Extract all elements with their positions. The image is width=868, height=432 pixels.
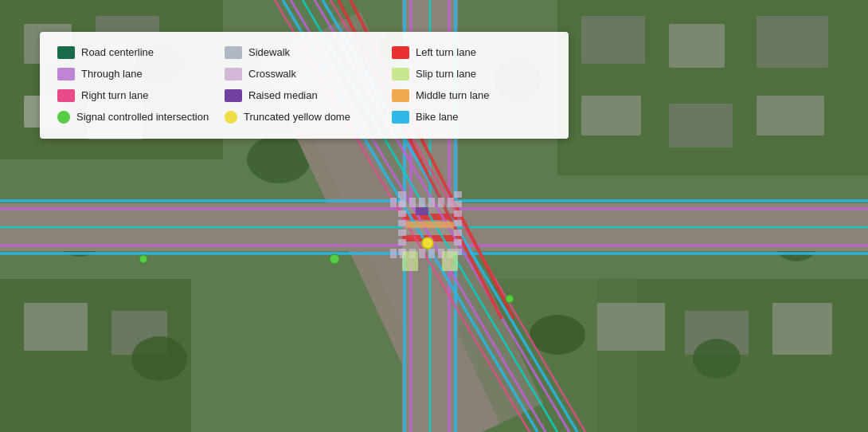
svg-rect-82 [398, 191, 406, 198]
svg-rect-100 [416, 207, 428, 215]
crosswalk-swatch [225, 68, 242, 81]
svg-rect-90 [454, 201, 462, 207]
svg-rect-70 [409, 198, 416, 207]
svg-rect-79 [428, 249, 435, 258]
svg-rect-87 [398, 239, 406, 245]
sidewalk-swatch [225, 46, 242, 59]
middle-turn-label: Middle turn lane [416, 89, 490, 103]
svg-rect-89 [454, 191, 462, 198]
through-lane-label: Through lane [81, 68, 143, 81]
svg-rect-13 [581, 96, 641, 135]
svg-rect-14 [669, 104, 733, 147]
legend-item-middle-turn-lane: Middle turn lane [392, 89, 551, 103]
legend-item-truncated-yellow-dome: Truncated yellow dome [225, 111, 384, 124]
svg-rect-91 [454, 210, 462, 217]
svg-point-96 [422, 238, 433, 249]
svg-rect-86 [398, 230, 406, 236]
legend-item-bike-lane: Bike lane [392, 111, 551, 124]
svg-point-99 [506, 295, 514, 303]
svg-point-25 [131, 336, 187, 381]
svg-rect-83 [398, 201, 406, 207]
legend-item-road-centerline: Road centerline [57, 46, 217, 60]
truncated-swatch [225, 111, 237, 124]
svg-rect-68 [390, 198, 397, 207]
svg-rect-102 [402, 251, 418, 271]
svg-rect-93 [454, 230, 462, 236]
legend-item-signal-intersection: Signal controlled intersection [57, 111, 217, 124]
svg-rect-101 [406, 222, 454, 228]
svg-rect-73 [438, 198, 444, 207]
signal-label: Signal controlled intersection [76, 111, 209, 124]
svg-rect-19 [24, 303, 88, 351]
svg-point-28 [530, 315, 585, 355]
svg-point-98 [139, 255, 147, 263]
svg-rect-74 [448, 198, 454, 207]
sidewalk-label: Sidewalk [248, 46, 290, 60]
slip-turn-swatch [392, 68, 409, 81]
right-turn-label: Right turn lane [81, 89, 149, 103]
legend-item-sidewalk: Sidewalk [225, 46, 384, 60]
legend-item-crosswalk: Crosswalk [225, 68, 384, 81]
legend-grid: Road centerline Sidewalk Left turn lane … [57, 46, 551, 124]
svg-rect-10 [581, 16, 645, 64]
svg-rect-72 [428, 198, 435, 207]
road-centerline-swatch [57, 46, 75, 59]
middle-turn-swatch [392, 89, 409, 102]
slip-turn-label: Slip turn lane [416, 68, 476, 81]
svg-rect-11 [669, 24, 725, 68]
svg-rect-18 [772, 303, 832, 355]
legend-item-through-lane: Through lane [57, 68, 217, 81]
crosswalk-label: Crosswalk [248, 68, 296, 81]
svg-rect-85 [398, 220, 406, 226]
road-centerline-label: Road centerline [81, 46, 154, 60]
legend-item-right-turn-lane: Right turn lane [57, 89, 217, 103]
left-turn-swatch [392, 46, 409, 59]
svg-rect-92 [454, 220, 462, 226]
svg-rect-12 [757, 16, 828, 68]
svg-point-26 [693, 339, 741, 379]
svg-rect-78 [419, 249, 425, 258]
truncated-label: Truncated yellow dome [244, 111, 350, 124]
svg-rect-103 [442, 251, 458, 271]
left-turn-label: Left turn lane [416, 46, 476, 60]
bike-lane-swatch [392, 111, 409, 124]
signal-swatch [57, 111, 70, 124]
raised-median-swatch [225, 89, 242, 102]
svg-rect-16 [597, 303, 665, 351]
svg-rect-75 [390, 249, 397, 258]
svg-rect-94 [454, 239, 462, 245]
legend-panel: Road centerline Sidewalk Left turn lane … [40, 32, 569, 139]
raised-median-label: Raised median [248, 89, 318, 103]
bike-lane-label: Bike lane [416, 111, 458, 124]
svg-rect-15 [757, 96, 824, 135]
legend-item-slip-turn-lane: Slip turn lane [392, 68, 551, 81]
legend-item-raised-median: Raised median [225, 89, 384, 103]
legend-item-left-turn-lane: Left turn lane [392, 46, 551, 60]
svg-rect-84 [398, 210, 406, 217]
right-turn-swatch [57, 89, 75, 102]
svg-rect-71 [419, 198, 425, 207]
through-lane-swatch [57, 68, 75, 81]
svg-point-97 [330, 254, 339, 264]
